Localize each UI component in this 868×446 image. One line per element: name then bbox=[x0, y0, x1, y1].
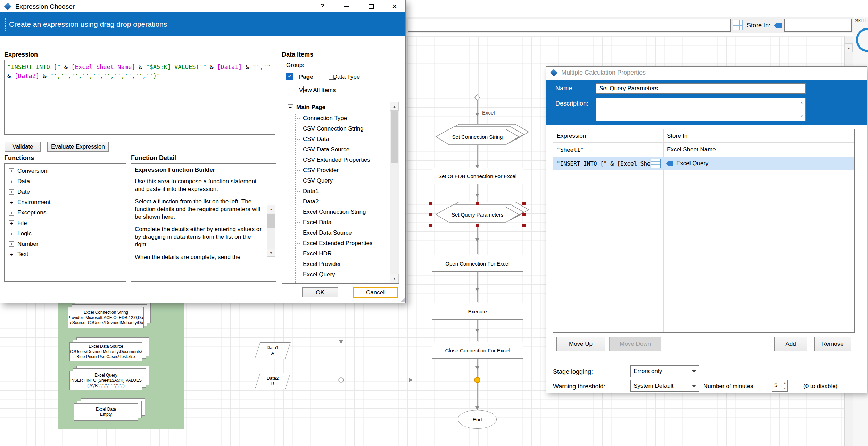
table-row[interactable]: "Sheet1" Excel Sheet Name bbox=[553, 143, 854, 157]
function-group[interactable]: +Exceptions bbox=[5, 208, 126, 218]
tree-item[interactable]: Excel Connection String bbox=[282, 207, 399, 217]
scroll-up-icon[interactable]: ▲ bbox=[267, 205, 275, 213]
tree-item[interactable]: Data1 bbox=[282, 186, 399, 196]
selection-handle[interactable] bbox=[429, 202, 432, 205]
selection-handle[interactable] bbox=[522, 213, 526, 216]
function-group[interactable]: +Text bbox=[5, 249, 126, 260]
stage-set-oledb-connection[interactable]: Set OLEDB Connection For Excel bbox=[432, 168, 523, 184]
stage-set-query-parameters[interactable]: Set Query Parameters bbox=[436, 207, 519, 222]
table-row-selected[interactable]: "INSERT INTO [" & [Excel She Excel Query bbox=[553, 157, 854, 170]
store-in-input[interactable] bbox=[784, 19, 852, 32]
warning-threshold-dropdown[interactable]: System Default bbox=[630, 380, 699, 392]
functions-tree[interactable]: +Conversion +Data +Date +Environment +Ex… bbox=[4, 163, 126, 282]
data-stage-excel-query[interactable]: Excel Query INSERT INTO [Sheet1$A5:K] VA… bbox=[69, 371, 142, 390]
validate-button[interactable]: Validate bbox=[5, 142, 41, 152]
evaluate-expression-button[interactable]: Evaluate Expression bbox=[47, 142, 109, 152]
function-group[interactable]: +Number bbox=[5, 239, 126, 249]
function-group[interactable]: +Conversion bbox=[5, 166, 126, 176]
tree-item[interactable]: Excel Query bbox=[282, 269, 399, 280]
move-down-button[interactable]: Move Down bbox=[609, 337, 661, 351]
expand-icon[interactable]: + bbox=[9, 210, 14, 216]
detail-scrollbar[interactable]: ▲ ▼ bbox=[267, 205, 275, 257]
calculations-table[interactable]: Expression Store In "Sheet1" Excel Sheet… bbox=[553, 129, 855, 333]
expression-editor-icon[interactable] bbox=[733, 20, 743, 30]
tree-item[interactable]: CSV Data Source bbox=[282, 144, 399, 155]
data-shape-data2[interactable]: Data2B bbox=[255, 373, 291, 389]
move-up-button[interactable]: Move Up bbox=[556, 337, 605, 351]
page-checkbox[interactable] bbox=[286, 73, 293, 80]
expand-icon[interactable]: + bbox=[9, 231, 14, 236]
stage-set-connection-string[interactable]: Set Connection String bbox=[436, 129, 519, 145]
function-group[interactable]: +Data bbox=[5, 176, 126, 187]
cancel-button[interactable]: Cancel bbox=[353, 287, 398, 298]
scrollbar-thumb[interactable] bbox=[267, 214, 275, 228]
tree-item[interactable]: Excel Data bbox=[282, 217, 399, 228]
selection-handle[interactable] bbox=[476, 202, 479, 205]
stage-open-connection[interactable]: Open Connection For Excel bbox=[432, 255, 523, 272]
add-button[interactable]: Add bbox=[774, 337, 807, 351]
data-shape-data1[interactable]: Data1A bbox=[255, 342, 291, 359]
expand-icon[interactable]: + bbox=[9, 179, 14, 184]
expression-editor-icon[interactable] bbox=[651, 159, 661, 168]
selection-handle[interactable] bbox=[522, 202, 526, 205]
tree-item[interactable]: CSV Provider bbox=[282, 165, 399, 176]
scroll-up-icon[interactable]: ▲ bbox=[390, 102, 399, 111]
tree-item[interactable]: CSV Query bbox=[282, 176, 399, 186]
tree-item[interactable]: Excel HDR bbox=[282, 249, 399, 259]
selection-handle[interactable] bbox=[429, 213, 432, 216]
stage-close-connection[interactable]: Close Connection For Excel bbox=[432, 342, 523, 359]
tree-item[interactable]: Excel Extended Properties bbox=[282, 238, 399, 249]
function-group[interactable]: +Environment bbox=[5, 197, 126, 208]
tree-item[interactable]: CSV Extended Properties bbox=[282, 155, 399, 165]
stage-end[interactable]: End bbox=[458, 410, 497, 429]
function-group[interactable]: +Logic bbox=[5, 228, 126, 239]
tree-root-main-page[interactable]: −Main Page bbox=[282, 101, 399, 113]
resize-grip-icon[interactable]: ◢ bbox=[400, 296, 405, 303]
name-input[interactable] bbox=[596, 83, 806, 94]
formula-input[interactable] bbox=[408, 19, 731, 32]
maximize-button[interactable] bbox=[360, 0, 382, 12]
selection-handle[interactable] bbox=[429, 224, 432, 227]
scroll-up-icon[interactable]: ▲ bbox=[845, 43, 853, 52]
tree-item[interactable]: Connection Type bbox=[282, 113, 399, 124]
expand-icon[interactable]: + bbox=[9, 200, 14, 205]
expression-editor[interactable]: "INSERT INTO [" & [Excel Sheet Name] & "… bbox=[4, 60, 275, 135]
help-button[interactable]: ? bbox=[313, 0, 332, 12]
tree-item[interactable]: CSV Connection String bbox=[282, 124, 399, 134]
function-group[interactable]: +Date bbox=[5, 187, 126, 197]
calc-dialog-titlebar[interactable]: Multiple Calculation Properties bbox=[546, 67, 867, 79]
expand-icon[interactable]: + bbox=[9, 168, 14, 174]
spinner-down-icon[interactable]: ▼ bbox=[782, 386, 787, 392]
data-items-tree[interactable]: −Main Page Connection Type CSV Connectio… bbox=[282, 101, 399, 284]
spinner-up-icon[interactable]: ▲ bbox=[782, 380, 787, 386]
tree-item[interactable]: Data2 bbox=[282, 196, 399, 207]
data-stage-excel-data[interactable]: Excel Data Empty bbox=[74, 403, 138, 421]
remove-button[interactable]: Remove bbox=[814, 337, 851, 351]
tree-item[interactable]: Excel Sheet Name bbox=[282, 280, 399, 284]
ok-button[interactable]: OK bbox=[302, 287, 338, 297]
scroll-down-icon[interactable]: ▼ bbox=[390, 274, 399, 283]
tree-item[interactable]: Excel Provider bbox=[282, 259, 399, 269]
scroll-down-icon[interactable]: ▼ bbox=[267, 249, 275, 257]
expand-icon[interactable]: + bbox=[9, 189, 14, 195]
minimize-button[interactable] bbox=[336, 0, 357, 12]
stage-execute[interactable]: Execute bbox=[432, 303, 523, 320]
selection-handle[interactable] bbox=[476, 224, 479, 227]
tree-item[interactable]: Excel Data Source bbox=[282, 228, 399, 238]
expand-icon[interactable]: + bbox=[9, 252, 14, 257]
scroll-down-icon[interactable]: ∨ bbox=[799, 114, 804, 118]
data-stage-excel-connection-string[interactable]: Excel Connection String Provider=Microso… bbox=[68, 307, 144, 328]
close-button[interactable]: ✕ bbox=[384, 0, 405, 12]
stage-logging-dropdown[interactable]: Errors only bbox=[630, 365, 699, 377]
collapse-icon[interactable]: − bbox=[288, 104, 293, 110]
data-stage-excel-data-source[interactable]: Excel Data Source C:\Users\DevneetMohant… bbox=[69, 342, 142, 361]
function-group[interactable]: +File bbox=[5, 218, 126, 228]
scroll-up-icon[interactable]: ∧ bbox=[799, 101, 804, 105]
scrollbar-thumb[interactable] bbox=[391, 111, 398, 163]
minutes-spinner[interactable]: 5 ▲ ▼ bbox=[772, 380, 788, 392]
skills-label[interactable]: SKILLS bbox=[855, 18, 868, 23]
tree-scrollbar[interactable]: ▲ ▼ bbox=[390, 102, 399, 283]
description-input[interactable]: ∧ ∨ bbox=[596, 98, 806, 121]
expand-icon[interactable]: + bbox=[9, 241, 14, 247]
tree-item[interactable]: CSV Data bbox=[282, 134, 399, 144]
